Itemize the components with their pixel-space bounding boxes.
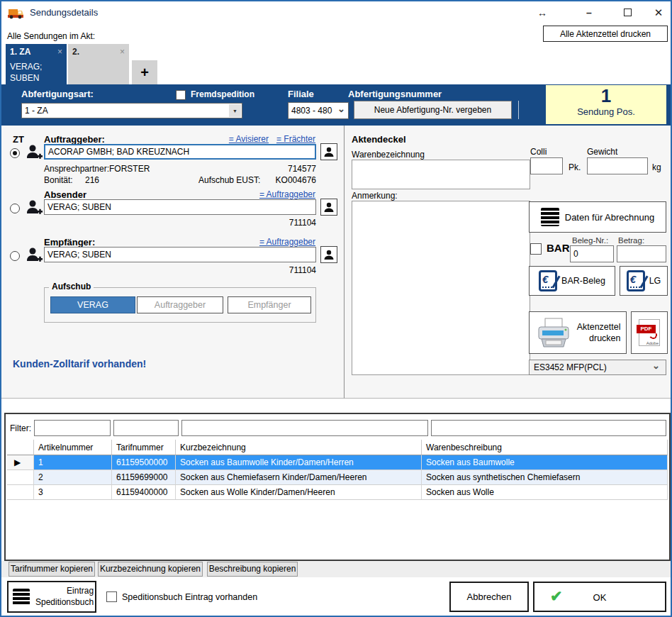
person-add-icon[interactable] [26, 199, 43, 217]
neue-abfertigung-button[interactable]: Neue Abfertigung-Nr. vergeben [354, 101, 512, 119]
euro-document-icon: € [539, 270, 557, 291]
table-row[interactable]: Socken aus Wolle [422, 485, 668, 500]
abrechnung-button[interactable]: Daten für Abrechnung [529, 201, 666, 233]
row-selector-cell [7, 470, 34, 485]
table-row[interactable]: 1 [34, 455, 112, 470]
table-row[interactable]: Socken aus Chemiefasern Kinder/Damen/Hee… [176, 470, 422, 485]
close-icon[interactable]: × [57, 47, 62, 57]
aufschub-option-empfaenger[interactable]: Empfänger [228, 296, 311, 313]
speditionsbuch-checkbox-label: Speditionsbuch Eintrag vorhanden [122, 592, 257, 602]
chevron-down-icon[interactable]: ⌄ [337, 104, 345, 114]
restore-icon[interactable]: ↔ [536, 6, 549, 19]
column-header[interactable]: Artikelnummer [34, 440, 112, 455]
tab-party-label: VERAG; SUBEN [10, 62, 54, 84]
absender-auftraggeber-link[interactable]: = Auftraggeber [259, 189, 315, 199]
tab-shipment-2[interactable]: 2. × [68, 44, 129, 84]
euro-document-icon: € [627, 270, 645, 291]
table-row[interactable]: 61159400000 [112, 485, 176, 500]
position-count: 1 [546, 85, 666, 106]
pdf-button[interactable]: PDF Adobe [631, 311, 668, 354]
table-row[interactable]: Socken aus Baumwolle Kinder/Damen/Herren [176, 455, 422, 470]
anmerkung-textarea[interactable] [352, 201, 530, 375]
aufschub-option-verag[interactable]: VERAG [50, 296, 135, 313]
absender-contact-button[interactable] [320, 199, 337, 216]
aktenzettel-print-button[interactable]: Aktenzettel drucken [529, 311, 627, 354]
window-title: Sendungsdetails [30, 7, 98, 18]
dropdown-arrow-icon[interactable]: ▼ [229, 104, 241, 117]
print-all-aktenzettel-button[interactable]: Alle Aktenzettel drucken [543, 26, 668, 42]
speditionsbuch-button[interactable]: Eintrag Speditionsbuch [7, 581, 96, 613]
betrag-input[interactable] [617, 245, 666, 262]
fremdspedition-label: Fremdspedition [191, 89, 254, 99]
radio-empfaenger[interactable] [10, 251, 20, 261]
person-icon [323, 249, 335, 260]
person-add-icon[interactable] [26, 143, 43, 162]
filter-input-artikelnummer[interactable] [34, 420, 111, 436]
filter-input-tarifnummer[interactable] [113, 420, 179, 436]
bonitaet-value: 216 [85, 175, 99, 185]
radio-auftraggeber[interactable] [10, 148, 20, 158]
bar-checkbox[interactable] [530, 243, 542, 255]
table-row[interactable]: 61159500000 [112, 455, 176, 470]
printer-select[interactable]: ES3452 MFP(PCL) ⌄ [529, 360, 666, 375]
table-row[interactable]: Socken aus Wolle Kinder/Damen/Heeren [176, 485, 422, 500]
copy-buttons-strip: Tarifnummer kopieren Kurzbezeichnung kop… [1, 561, 671, 577]
tab-shipment-1[interactable]: 1. ZA × VERAG; SUBEN [6, 44, 67, 84]
copy-tarifnummer-button[interactable]: Tarifnummer kopieren [9, 562, 95, 577]
column-header[interactable]: Kurzbezeichnung [176, 440, 422, 455]
radio-absender[interactable] [10, 204, 20, 213]
column-header[interactable]: Warenbeschreibung [422, 440, 668, 455]
bonitaet-label: Bonität: [44, 175, 73, 185]
copy-kurzbezeichnung-button[interactable]: Kurzbezeichnung kopieren [98, 562, 203, 577]
bar-beleg-label: BAR-Beleg [561, 276, 605, 286]
absender-label: Absender [44, 189, 86, 200]
copy-beschreibung-button[interactable]: Beschreibung kopieren [207, 562, 298, 577]
filter-label: Filter: [10, 423, 31, 433]
beleg-nr-input[interactable] [570, 245, 614, 262]
table-row[interactable]: 3 [34, 485, 112, 500]
fremdspedition-checkbox[interactable] [176, 90, 186, 100]
avisierer-link[interactable]: = Avisierer [229, 134, 269, 144]
filiale-select[interactable]: 4803 - 480 ⌄ [288, 102, 349, 119]
aufschub-option-auftraggeber[interactable]: Auftraggeber [137, 296, 223, 313]
abrechnung-label: Daten für Abrechnung [565, 212, 654, 223]
column-header[interactable]: Tarifnummer [112, 440, 176, 455]
empfaenger-input[interactable] [44, 247, 316, 262]
lg-button[interactable]: € LG [620, 266, 668, 296]
table-row[interactable]: Socken aus Baumwolle [422, 455, 668, 470]
beleg-nr-label: Beleg-Nr.: [572, 236, 608, 245]
maximize-button[interactable] [621, 6, 634, 19]
empfaenger-contact-button[interactable] [320, 246, 337, 263]
auftraggeber-input[interactable] [44, 144, 316, 160]
person-add-icon[interactable] [26, 246, 43, 265]
table-row[interactable]: 61159699000 [112, 470, 176, 485]
colli-input[interactable] [530, 157, 563, 174]
warenbezeichnung-textarea[interactable] [352, 160, 530, 189]
table-row[interactable]: Socken aus synthetischen Chemiefasern [422, 470, 668, 485]
filter-input-kurzbezeichnung[interactable] [181, 420, 428, 436]
close-icon[interactable]: × [120, 47, 125, 57]
cancel-button[interactable]: Abbrechen [449, 582, 529, 612]
abfertigungsart-select[interactable]: 1 - ZA ▼ [21, 103, 242, 118]
abfertigungsart-value: 1 - ZA [25, 106, 48, 116]
kg-label: kg [652, 162, 661, 172]
close-button[interactable]: ✕ [652, 6, 665, 19]
bar-beleg-button[interactable]: € BAR-Beleg [529, 266, 615, 296]
dispatch-bar: Abfertigungsart: 1 - ZA ▼ Fremdspedition… [1, 84, 671, 126]
gewicht-input[interactable] [587, 157, 648, 174]
chevron-down-icon[interactable]: ⌄ [652, 360, 660, 371]
empfaenger-auftraggeber-link[interactable]: = Auftraggeber [259, 237, 315, 247]
auftraggeber-contact-button[interactable] [320, 143, 337, 160]
aktendeckel-panel: Aktendeckel Warenbezeichnung Colli Pk. G… [345, 126, 671, 399]
filter-input-warenbeschreibung[interactable] [431, 420, 666, 436]
ok-button[interactable]: ✔ OK [533, 582, 666, 612]
add-shipment-button[interactable]: + [132, 60, 157, 84]
table-row[interactable]: 2 [34, 470, 112, 485]
speditionsbuch-checkbox[interactable] [106, 591, 117, 602]
absender-input[interactable] [44, 199, 316, 215]
minimize-button[interactable]: – [583, 6, 595, 19]
zt-label: ZT [13, 134, 24, 145]
truck-icon [7, 6, 24, 19]
fraechter-link[interactable]: = Frächter [276, 134, 315, 144]
sendungsdetails-window: Sendungsdetails ↔ – ✕ Alle Aktenzettel d… [0, 0, 672, 617]
